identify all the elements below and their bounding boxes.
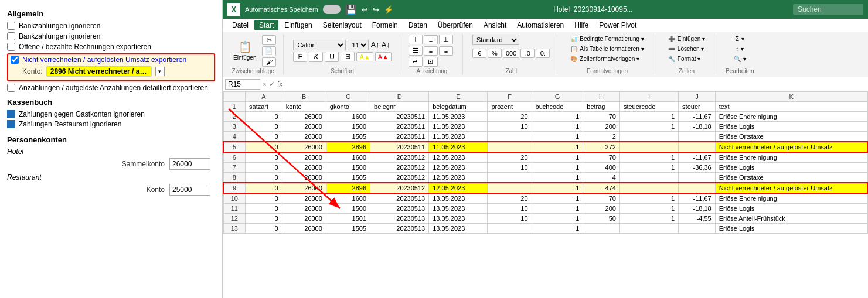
col-header-b[interactable]: B	[282, 92, 326, 102]
italic-btn[interactable]: K	[309, 52, 323, 62]
menu-ansicht[interactable]: Ansicht	[479, 20, 511, 30]
decimal-plus-btn[interactable]: .0	[520, 49, 535, 58]
checkbox-anzahlung-input[interactable]	[7, 84, 15, 92]
cell-g[interactable]: 1	[532, 204, 583, 214]
cell-e[interactable]: 11.05.2023	[429, 132, 488, 142]
cell-d[interactable]: 20230512	[370, 183, 429, 193]
wrap-btn[interactable]: ↵	[409, 57, 423, 67]
cell-i[interactable]: 1	[619, 204, 678, 214]
cell-a[interactable]: 0	[246, 152, 282, 163]
cell-j[interactable]: -4,55	[679, 214, 716, 224]
merge-btn[interactable]: ⊡	[424, 57, 438, 67]
cell-j[interactable]	[679, 132, 716, 142]
cell-e[interactable]: 11.05.2023	[429, 122, 488, 132]
menu-formeln[interactable]: Formeln	[367, 20, 403, 30]
col-header-k[interactable]: K	[715, 92, 867, 102]
cell-c[interactable]: 1600	[326, 152, 370, 163]
fill-color-btn[interactable]: A▲	[356, 52, 373, 61]
cell-c[interactable]: 2896	[326, 183, 370, 193]
font-grow-btn[interactable]: A↑	[370, 40, 379, 49]
checkbox-bankzahlungen2[interactable]: Bankzahlungen ignorieren	[7, 32, 215, 40]
font-shrink-btn[interactable]: A↓	[382, 40, 390, 49]
font-size-select[interactable]: 11	[348, 40, 369, 50]
cell-k[interactable]: Nicht verrechneter / aufgelöster Umsatz	[715, 183, 867, 193]
col-header-h[interactable]: H	[583, 92, 620, 102]
cell-j[interactable]: -11,67	[679, 152, 716, 163]
cell-j[interactable]: -18,18	[679, 122, 716, 132]
cell-j[interactable]	[679, 142, 716, 152]
cell-k[interactable]: Erlöse Endreinigung	[715, 152, 867, 163]
cell-i[interactable]	[619, 173, 678, 183]
menu-start[interactable]: Start	[254, 20, 278, 30]
cell-g[interactable]: 1	[532, 224, 583, 234]
cell-g[interactable]: 1	[532, 163, 583, 173]
cell-j[interactable]: -11,67	[679, 112, 716, 122]
cell-d[interactable]: 20230513	[370, 224, 429, 234]
cell-g[interactable]: 1	[532, 142, 583, 152]
cell-g[interactable]: 1	[532, 183, 583, 193]
col-header-c[interactable]: C	[326, 92, 370, 102]
header-betrag[interactable]: betrag	[583, 102, 620, 112]
undo-icon[interactable]: ↩	[362, 5, 368, 14]
format-btn-cells[interactable]: 🔧 Format ▾	[665, 54, 704, 63]
cell-b[interactable]: 26000	[282, 173, 326, 183]
cell-b[interactable]: 26000	[282, 163, 326, 173]
cell-d[interactable]: 20230512	[370, 163, 429, 173]
cell-f[interactable]	[488, 132, 532, 142]
menu-power-pivot[interactable]: Power Pivot	[594, 20, 641, 30]
cell-c[interactable]: 2896	[326, 142, 370, 152]
menu-automatisieren[interactable]: Automatisieren	[512, 20, 569, 30]
sammelkonto-input[interactable]	[169, 158, 210, 170]
cell-b[interactable]: 26000	[282, 204, 326, 214]
cell-e[interactable]: 13.05.2023	[429, 214, 488, 224]
formula-input[interactable]	[285, 80, 866, 88]
cell-i[interactable]: 1	[619, 193, 678, 204]
cell-c[interactable]: 1505	[326, 224, 370, 234]
border-btn[interactable]: ⊞	[341, 52, 355, 61]
spreadsheet[interactable]: A B C D E F G H I J K	[223, 91, 868, 234]
menu-ueberpruefen[interactable]: Überprüfen	[433, 20, 478, 30]
header-satzart[interactable]: satzart	[246, 102, 282, 112]
cell-j[interactable]: -11,67	[679, 193, 716, 204]
cell-h[interactable]: 2	[583, 132, 620, 142]
summe-btn[interactable]: Σ ▾	[729, 35, 750, 43]
cell-b[interactable]: 26000	[282, 112, 326, 122]
align-right-btn[interactable]: ≡	[439, 46, 453, 56]
col-header-f[interactable]: F	[488, 92, 532, 102]
cell-a[interactable]: 0	[246, 142, 282, 152]
cell-g[interactable]: 1	[532, 173, 583, 183]
einfuegen-btn[interactable]: 📋 Einfügen	[230, 39, 260, 62]
als-tabelle-btn[interactable]: 📋 Als Tabelle formatieren ▾	[567, 44, 647, 53]
checkbox-anzahlung[interactable]: Anzahlungen / aufgelöste Anzahlungen det…	[7, 84, 215, 92]
percent-btn[interactable]: %	[488, 49, 502, 58]
cell-i[interactable]	[619, 183, 678, 193]
header-text[interactable]: text	[715, 102, 867, 112]
cell-i[interactable]: 1	[619, 163, 678, 173]
cell-f[interactable]	[488, 183, 532, 193]
cell-g[interactable]: 1	[532, 132, 583, 142]
cell-g[interactable]: 1	[532, 112, 583, 122]
currency-btn[interactable]: €	[472, 49, 486, 58]
cell-e[interactable]: 12.05.2023	[429, 152, 488, 163]
header-konto[interactable]: konto	[282, 102, 326, 112]
cell-i[interactable]	[619, 132, 678, 142]
cell-j[interactable]: -36,36	[679, 163, 716, 173]
cell-h[interactable]: -474	[583, 183, 620, 193]
underline-btn[interactable]: U	[325, 52, 339, 62]
cell-k[interactable]: Erlöse Endreinigung	[715, 112, 867, 122]
cell-f[interactable]: 20	[488, 112, 532, 122]
cell-f[interactable]: 20	[488, 193, 532, 204]
cell-d[interactable]: 20230513	[370, 204, 429, 214]
cell-c[interactable]: 1600	[326, 193, 370, 204]
cell-f[interactable]: 10	[488, 163, 532, 173]
align-top-btn[interactable]: ⊤	[409, 35, 423, 44]
zellen-einfuegen-btn[interactable]: ➕ Einfügen ▾	[665, 35, 709, 43]
cell-d[interactable]: 20230513	[370, 214, 429, 224]
cell-k[interactable]: Erlöse Ortstaxe	[715, 173, 867, 183]
cell-a[interactable]: 0	[246, 183, 282, 193]
cell-h[interactable]: 200	[583, 204, 620, 214]
zellenformatvorlagen-btn[interactable]: 🎨 Zellenformatvorlagen ▾	[567, 54, 643, 63]
cell-e[interactable]: 12.05.2023	[429, 183, 488, 193]
cell-f[interactable]: 10	[488, 214, 532, 224]
cell-i[interactable]: 1	[619, 152, 678, 163]
